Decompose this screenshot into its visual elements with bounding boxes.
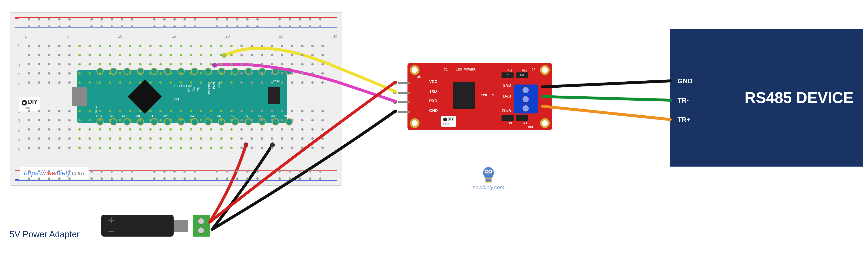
c1-silk: C1 bbox=[444, 68, 448, 71]
smd-r: 101 bbox=[501, 73, 514, 78]
mod-pin-tip bbox=[393, 110, 397, 113]
arduino-ver: V3.0 bbox=[217, 82, 220, 88]
watermark-text: newbiely.com bbox=[472, 184, 504, 191]
pin-3v3: 3V3 bbox=[108, 114, 114, 118]
minus-label: − bbox=[15, 24, 19, 32]
r13-silk: R13 bbox=[528, 126, 533, 128]
pin-a2: A2 bbox=[163, 114, 167, 118]
pin-a4: A4 bbox=[190, 114, 194, 118]
power-rail-top-neg bbox=[15, 27, 337, 28]
barrel-tip bbox=[174, 220, 188, 232]
year-label: 2009 bbox=[94, 106, 97, 113]
newbiely-url: https://newbiely.com bbox=[20, 167, 89, 179]
pin-a1: A1 bbox=[150, 114, 153, 118]
usa-label: USA bbox=[95, 78, 99, 84]
svg-point-3 bbox=[486, 170, 488, 172]
mount-hole bbox=[410, 118, 420, 128]
term-dminus: D-/B bbox=[503, 94, 511, 99]
row-f: F bbox=[18, 83, 20, 87]
usb-connector bbox=[72, 87, 87, 106]
diyables-logo-module: DIYables bbox=[441, 116, 456, 127]
svg-rect-7 bbox=[486, 179, 491, 182]
mod-pin-txd bbox=[398, 92, 410, 94]
plus-label: + bbox=[15, 15, 19, 22]
tx-label: TX bbox=[192, 87, 195, 90]
led-power-silk: LED_POWER bbox=[456, 68, 475, 71]
pin-a3: A3 bbox=[177, 114, 180, 118]
device-trplus: TR+ bbox=[678, 116, 690, 124]
row-d: D bbox=[18, 119, 20, 123]
rs485-device: RS485 DEVICE GND TR- TR+ bbox=[670, 29, 863, 166]
smd-r bbox=[501, 115, 514, 121]
atmega-chip bbox=[128, 79, 161, 113]
mount-hole bbox=[410, 65, 420, 75]
mod-pin-gnd bbox=[398, 111, 410, 113]
power-adapter-label: 5V Power Adapter bbox=[10, 229, 80, 239]
pin-gnd: GND bbox=[270, 114, 277, 118]
r120-silk: 120 bbox=[481, 93, 487, 97]
row-b: B bbox=[18, 138, 20, 142]
wire-black-mod-device bbox=[542, 81, 670, 87]
wire-green-mod-device bbox=[542, 97, 670, 100]
pin-a5: A5 bbox=[204, 114, 207, 118]
svg-point-0 bbox=[483, 167, 494, 179]
icsp-header bbox=[268, 87, 280, 104]
arduino-nano: D13 3V3 REF A0 A1 A2 A3 A4 A5 A6 A7 5V R… bbox=[77, 70, 287, 123]
mod-pin-tip bbox=[393, 90, 397, 94]
gnd-label: GND bbox=[429, 109, 438, 113]
minus-label-b: − bbox=[15, 176, 19, 184]
r11-silk: R11 bbox=[507, 69, 513, 72]
d3-silk: D3 bbox=[509, 121, 513, 124]
rs485-ic bbox=[453, 82, 475, 109]
arduino-bottom-pins bbox=[96, 118, 293, 126]
txd-label: TXD bbox=[429, 89, 437, 94]
rxd-label: RXD bbox=[429, 99, 437, 103]
device-title: RS485 DEVICE bbox=[745, 89, 854, 107]
row-a: A bbox=[18, 148, 20, 152]
mod-pin-rxd bbox=[398, 101, 410, 103]
smd-r: 101 bbox=[516, 73, 528, 78]
row-h: H bbox=[18, 63, 20, 68]
newbiely-watermark: newbiely.com bbox=[472, 164, 504, 191]
rs485-ttl-module: VCC TXD RXD GND J5 J4 C1 LED_POWER 120 S… bbox=[407, 63, 552, 130]
power-rail-top-pos bbox=[15, 17, 337, 18]
pin-a7: A7 bbox=[230, 114, 235, 118]
pin-vin: VIN bbox=[284, 114, 289, 118]
screw-terminal-adapter bbox=[193, 215, 210, 237]
plus-label-b: + bbox=[15, 166, 19, 174]
term-dplus: D+/A bbox=[502, 109, 511, 113]
j5-silk: J5 bbox=[417, 75, 421, 78]
rst-label: RST bbox=[174, 98, 179, 101]
mount-hole bbox=[540, 65, 550, 75]
pin-a0: A0 bbox=[136, 114, 140, 118]
pin-d13: D13 bbox=[96, 114, 102, 118]
term-gnd: GND bbox=[502, 83, 511, 88]
row-i: I bbox=[18, 54, 18, 58]
vcc-label: VCC bbox=[429, 80, 437, 84]
pin-5v: 5V bbox=[245, 114, 248, 118]
device-gnd: GND bbox=[678, 77, 692, 85]
s-silk: S bbox=[492, 93, 494, 97]
col-labels-top: 1 5 10 15 20 25 30 bbox=[25, 34, 337, 38]
power-rail-bot-neg bbox=[15, 180, 337, 181]
mount-hole bbox=[540, 118, 550, 128]
owl-icon bbox=[479, 164, 498, 184]
wire-orange-mod-device bbox=[542, 106, 670, 119]
svg-point-4 bbox=[490, 170, 491, 172]
pwr-label: PWR bbox=[187, 86, 190, 92]
rx-label: RX bbox=[196, 87, 200, 91]
arduino-model2: NANO bbox=[212, 82, 216, 90]
arduino-model1: ARDUINO bbox=[207, 82, 211, 95]
screw-terminal bbox=[514, 84, 538, 113]
mod-pin-tip bbox=[393, 100, 397, 104]
arduino-top-pins bbox=[96, 68, 293, 75]
device-trminus: TR- bbox=[678, 97, 689, 104]
diyables-logo-breadboard: DIYables bbox=[19, 97, 40, 111]
mod-pin-tip bbox=[393, 81, 397, 84]
pin-rst: RST bbox=[256, 114, 263, 118]
row-c: C bbox=[18, 128, 20, 133]
row-j: J bbox=[18, 44, 19, 48]
icsp-label: ICSP bbox=[273, 80, 280, 83]
r12-silk: R12 bbox=[522, 69, 527, 72]
smd-r bbox=[516, 115, 528, 121]
